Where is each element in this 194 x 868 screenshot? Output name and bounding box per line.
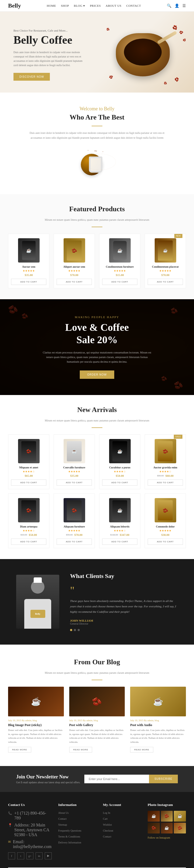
- footer-link-terms[interactable]: Terms & Conditions: [58, 835, 80, 838]
- footer-link-delivery[interactable]: Delivery Information: [58, 841, 81, 844]
- product-stars-4: ★★★★★: [148, 269, 183, 272]
- arrival-img-6: 🫘: [64, 498, 85, 522]
- arrival-card-6: 🫘 Aliquam furniture ★★★★★ $90.00 $70.00 …: [53, 494, 95, 548]
- belly-label: Belly: [31, 610, 45, 618]
- cart-icon[interactable]: ☰: [183, 3, 186, 8]
- blog-post-title-2: Post with Gallery: [69, 723, 125, 727]
- arrival-name-3: Curabitur a purus: [102, 466, 138, 469]
- footer-link-wishlist[interactable]: Wishlist: [103, 823, 112, 826]
- arrival-price-4: $60.00: [165, 474, 173, 477]
- arrival-cart-3[interactable]: ADD TO CART: [102, 479, 138, 486]
- footer-information-col: Information About Us Contact Sitemap Fre…: [58, 803, 96, 859]
- insta-thumb-4[interactable]: 🫘: [148, 823, 160, 834]
- arrival-thumb-2: ☕: [67, 441, 82, 461]
- user-icon[interactable]: 👤: [174, 3, 179, 8]
- logo[interactable]: Belly: [8, 2, 21, 9]
- discover-button[interactable]: DISCOVER NOW: [13, 73, 50, 81]
- add-to-cart-2[interactable]: ADD TO CART: [56, 279, 92, 285]
- linkedin-icon[interactable]: in: [36, 852, 43, 859]
- dot-3[interactable]: [78, 629, 80, 631]
- sale-bean-4: 🫘: [161, 376, 167, 381]
- follow-instagram-link[interactable]: Follow on Instagram: [148, 836, 186, 839]
- footer-email: Email: info@bellytheme.com: [13, 839, 52, 849]
- footer-link-about[interactable]: About Us: [58, 811, 69, 814]
- insta-thumb-1[interactable]: ☕: [148, 811, 160, 822]
- google-plus-icon[interactable]: g+: [27, 852, 33, 859]
- newsletter-submit-button[interactable]: SUBSCRIBE: [149, 775, 178, 783]
- search-icon[interactable]: 🔍: [167, 3, 171, 8]
- footer-phone: +1 (712) 890-456-789: [14, 811, 52, 820]
- youtube-icon[interactable]: ▶: [45, 852, 52, 859]
- coffee-bowl: [116, 33, 170, 76]
- spoon: [157, 31, 177, 44]
- product-price-1: $35.00: [11, 273, 46, 277]
- arrival-stars-2: ★★★★★: [56, 470, 92, 473]
- arrival-cart-1[interactable]: ADD TO CART: [11, 479, 46, 486]
- scattered-bean-2: 🫘: [179, 30, 184, 35]
- hero-section: 🫘 🫘 🫘 🫘 Best Choice For Restaurant, Cafe…: [0, 11, 194, 93]
- insta-thumb-5[interactable]: ☕: [161, 823, 173, 834]
- read-more-2[interactable]: READ MORE: [69, 747, 92, 752]
- facebook-icon[interactable]: f: [8, 852, 15, 859]
- footer-link-contact2[interactable]: Contact: [103, 835, 111, 838]
- add-to-cart-1[interactable]: ADD TO CART: [11, 279, 46, 285]
- add-to-cart-4[interactable]: ADD TO CART: [148, 279, 183, 285]
- sale-bean-2: 🫘: [22, 313, 28, 319]
- testimonial-author: JOHN WILLIAM: [70, 619, 178, 622]
- insta-thumb-3[interactable]: ☕: [174, 811, 186, 822]
- product-stars-2: ★★★★★: [56, 269, 92, 272]
- arrival-cart-4[interactable]: ADD TO CART: [148, 479, 183, 486]
- arrival-price-group-5: $60.00 $50.00: [11, 533, 46, 536]
- arrival-thumb-4: 🫘: [158, 441, 173, 461]
- footer-link-sitemap[interactable]: Sitemap: [58, 823, 67, 826]
- footer-account-col: My Account Log In Cart Wishlist Checkout…: [103, 803, 141, 859]
- chef-illustration: Belly: [16, 575, 59, 629]
- nav-prices[interactable]: Prices: [90, 4, 101, 7]
- blog-category-3: July 10, 2015 By admin, blog: [130, 719, 186, 722]
- product-thumbnail-3: ☕: [113, 241, 127, 260]
- read-more-1[interactable]: READ MORE: [8, 747, 31, 752]
- arrival-cart-2[interactable]: ADD TO CART: [56, 479, 92, 486]
- blog-card-2: 🫘 July 10, 2015 By admin, blog Post with…: [69, 687, 125, 752]
- add-to-cart-3[interactable]: ADD TO CART: [102, 279, 138, 285]
- arrival-cart-6[interactable]: ADD TO CART: [56, 538, 92, 545]
- insta-thumb-6[interactable]: 🫘: [174, 823, 186, 834]
- footer-link-contact[interactable]: Contact: [58, 817, 67, 820]
- newsletter-title: Join Our Newsletter Now: [16, 774, 80, 780]
- footer-link-login[interactable]: Log In: [103, 811, 110, 814]
- footer-link-faq[interactable]: Frequently Questions: [58, 829, 81, 832]
- blog-category-1: July 10, 2015 By admin, blog: [8, 719, 64, 722]
- nav-icons: 🔍 👤 ☰: [167, 3, 186, 8]
- newsletter-email-input[interactable]: [84, 775, 149, 783]
- blog-title: From Our Blog: [8, 658, 186, 666]
- footer-link-checkout[interactable]: Checkout: [103, 829, 113, 832]
- footer-email-item: ✉ Email: info@bellytheme.com: [8, 839, 52, 849]
- dot-2[interactable]: [74, 629, 76, 631]
- arrival-cart-7[interactable]: ADD TO CART: [102, 538, 138, 545]
- arrival-stars-8: ★★★★★: [148, 529, 183, 532]
- newsletter-section: Join Our Newsletter Now Get E-mail updat…: [0, 766, 194, 792]
- order-now-button[interactable]: ORDER NOW: [80, 370, 114, 379]
- nav-home[interactable]: Home: [47, 4, 56, 7]
- footer-info-links: About Us Contact Sitemap Frequently Ques…: [58, 811, 96, 845]
- arrival-stars-7: ★★★★☆: [102, 529, 138, 532]
- nav-contact[interactable]: Contact: [126, 4, 141, 7]
- arrival-price-group-6: $90.00 $70.00: [56, 533, 92, 536]
- arrival-cart-8[interactable]: ADD TO CART: [148, 538, 183, 545]
- arrival-card-5: 🫘 Diam artnequa ★★★★☆ $60.00 $50.00 ADD …: [8, 494, 49, 548]
- nav-shop[interactable]: Shop: [61, 4, 69, 7]
- new-arrivals-row1: 🫘 Miquam et amet ★★★★☆ $65.00 ADD TO CAR…: [8, 434, 186, 489]
- footer-link-cart[interactable]: Cart: [103, 817, 108, 820]
- product-thumbnail-2: 🫘: [67, 240, 82, 261]
- arrival-cart-5[interactable]: ADD TO CART: [11, 538, 46, 545]
- read-more-3[interactable]: READ MORE: [130, 747, 153, 752]
- arrival-stars-1: ★★★★☆: [11, 470, 46, 473]
- footer-instagram-title: Photo Instagram: [148, 803, 186, 807]
- dot-1[interactable]: [70, 629, 72, 631]
- nav-blog[interactable]: Blog ▾: [74, 4, 85, 7]
- insta-thumb-2[interactable]: 🫘: [161, 811, 173, 822]
- product-price-4: $70.00: [148, 273, 183, 277]
- twitter-icon[interactable]: t: [17, 852, 24, 859]
- nav-about[interactable]: About Us: [106, 4, 121, 7]
- blog-img-icon-2: 🫘: [92, 697, 102, 706]
